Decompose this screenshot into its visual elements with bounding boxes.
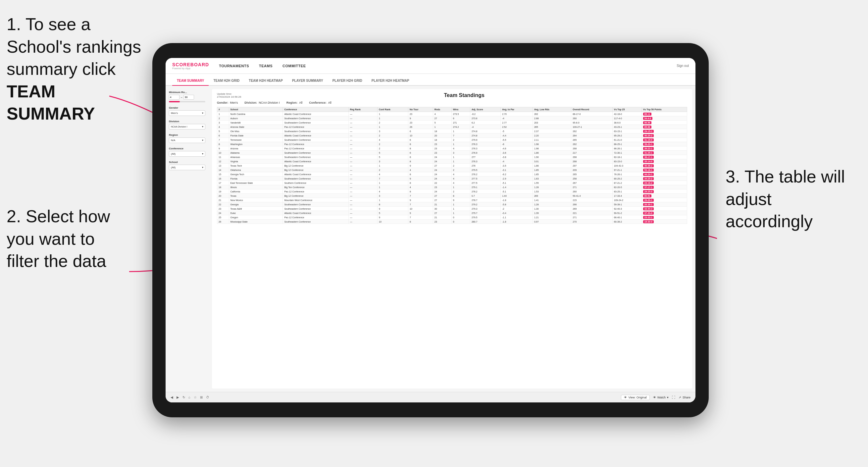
nav-committee[interactable]: COMMITTEE: [282, 59, 306, 72]
table-cell: 1.85: [532, 168, 571, 172]
table-cell: -6.2: [501, 172, 533, 177]
table-cell: 27: [433, 164, 452, 168]
table-cell: Arkansas: [229, 155, 283, 159]
bookmark-icon[interactable]: ☆: [194, 396, 197, 399]
table-cell: 109-24-2: [612, 198, 642, 203]
table-cell: Mississippi State: [229, 220, 283, 224]
table-cell: 0: [452, 215, 470, 220]
table-cell: 9: [408, 198, 433, 203]
table-cell: —: [348, 207, 377, 211]
col-avg-par: Avg. to Par: [501, 107, 533, 112]
table-cell: 21: [433, 215, 452, 220]
sidebar-conference-select[interactable]: (All) ▾: [169, 151, 205, 157]
sidebar-school-select[interactable]: (All) ▾: [169, 165, 205, 170]
table-row: 12VirginiaAtlantic Coast Conference—3824…: [217, 159, 687, 164]
points-cell: 37-30-0: [642, 211, 687, 215]
table-cell: 279.2: [470, 203, 500, 207]
table-cell: 2: [452, 164, 470, 168]
nav-teams[interactable]: TEAMS: [259, 59, 273, 72]
expand-icon[interactable]: ⛶: [672, 396, 675, 399]
table-row: 17East Tennessee StateSouthern Conferenc…: [217, 181, 687, 185]
home-icon[interactable]: ⌂: [188, 396, 190, 399]
col-overall: Overall Record: [571, 107, 612, 112]
refresh-icon[interactable]: ↻: [183, 396, 185, 399]
sidebar-region-select[interactable]: N/A ▾: [169, 137, 205, 143]
table-cell: 269: [532, 194, 571, 198]
table-cell: 86-25-1: [612, 142, 642, 146]
table-cell: Arizona: [229, 146, 283, 151]
forward-icon[interactable]: ▶: [177, 396, 179, 399]
table-cell: 63-15-1: [612, 129, 642, 133]
table-cell: Southeastern Conference: [283, 121, 348, 125]
sub-nav-team-h2h-heatmap[interactable]: TEAM H2H HEATMAP: [244, 76, 287, 86]
table-cell: 1.85: [532, 172, 571, 177]
sidebar-division: Division NCAA Division I ▾: [169, 120, 205, 129]
points-cell: 23-18-2: [642, 181, 687, 185]
sub-nav-player-summary[interactable]: PLAYER SUMMARY: [287, 76, 328, 86]
table-cell: Georgia: [229, 203, 283, 207]
table-cell: New Mexico: [229, 198, 283, 203]
sidebar-min-input[interactable]: [169, 95, 180, 100]
table-cell: 100-27-1: [571, 125, 612, 129]
filter-row: Gender: Men's Division: NCAA Division I …: [217, 101, 687, 104]
sub-nav-player-h2h-grid[interactable]: PLAYER H2H GRID: [328, 76, 367, 86]
sub-nav-team-h2h-grid[interactable]: TEAM H2H GRID: [209, 76, 244, 86]
table-cell: 1.86: [532, 151, 571, 155]
clock-icon[interactable]: ⏱: [206, 396, 209, 399]
back-icon[interactable]: ◀: [170, 396, 173, 399]
points-cell: 31-29-1: [642, 151, 687, 155]
table-cell: 2.37: [532, 129, 571, 133]
table-cell: 271: [571, 185, 612, 189]
table-cell: —: [348, 129, 377, 133]
table-cell: 22: [217, 203, 229, 207]
table-cell: 268: [571, 159, 612, 164]
table-cell: 83-15-0: [612, 159, 642, 164]
table-cell: 5: [377, 211, 408, 215]
col-avg-low: Avg. Low Rds: [532, 107, 571, 112]
table-cell: -3.1: [501, 168, 533, 172]
table-cell: 25: [217, 215, 229, 220]
table-row: 1North CarolinaAtlantic Coast Conference…: [217, 112, 687, 116]
table-cell: 215: [571, 198, 612, 203]
table-cell: 3: [377, 194, 408, 198]
table-cell: Pac-12 Conference: [283, 125, 348, 129]
table-cell: 271: [452, 121, 470, 125]
sidebar-gender-select[interactable]: Men's ▾: [169, 110, 205, 116]
tab-icon[interactable]: ⊞: [200, 396, 203, 399]
table-cell: 1: [452, 129, 470, 133]
watch-button[interactable]: 👁 Watch ▾: [653, 396, 669, 399]
points-cell: 33-44-3: [642, 207, 687, 211]
sidebar-region-label: Region: [169, 133, 205, 136]
table-cell: 1.44: [501, 194, 533, 198]
table-cell: —: [348, 172, 377, 177]
table-cell: -3.8: [501, 155, 533, 159]
table-cell: 12: [217, 159, 229, 164]
sidebar-division-select[interactable]: NCAA Division I ▾: [169, 124, 205, 129]
table-cell: —: [348, 194, 377, 198]
table-cell: 3: [377, 129, 408, 133]
sub-nav-team-summary[interactable]: TEAM SUMMARY: [172, 76, 209, 86]
table-cell: Auburn: [229, 116, 283, 121]
table-cell: 17: [217, 181, 229, 185]
points-cell: 34-25-2: [642, 177, 687, 181]
table-cell: 1: [377, 116, 408, 121]
table-cell: Florida: [229, 177, 283, 181]
sub-nav-player-h2h-heatmap[interactable]: PLAYER H2H HEATMAP: [367, 76, 414, 86]
table-cell: 23: [433, 151, 452, 155]
nav-tournaments[interactable]: TOURNAMENTS: [219, 59, 249, 72]
table-cell: 4: [433, 112, 452, 116]
sign-out[interactable]: Sign out: [677, 64, 689, 68]
table-cell: —: [348, 125, 377, 129]
table-cell: 1: [433, 125, 452, 129]
table-cell: 279.5: [470, 215, 500, 220]
table-cell: 6.2: [470, 121, 500, 125]
table-cell: 8: [408, 159, 433, 164]
table-row: 16FloridaSoutheastern Conference—7924427…: [217, 177, 687, 181]
table-cell: 8: [408, 220, 433, 224]
share-button[interactable]: ↗ Share: [679, 396, 690, 399]
table-cell: Georgia Tech: [229, 172, 283, 177]
table-cell: 277: [470, 155, 500, 159]
update-time-section: Update time: 27/03/2024 16:56:26: [217, 92, 241, 98]
view-original-button[interactable]: 👁 View: Original: [621, 395, 649, 400]
sidebar-max-input[interactable]: [183, 95, 194, 100]
